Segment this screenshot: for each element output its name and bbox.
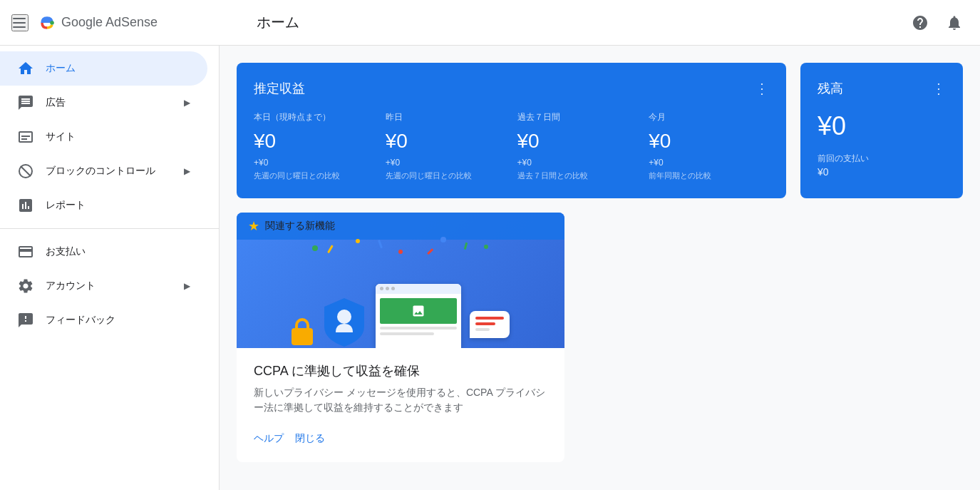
earnings-col-today: 本日（現時点まで） ¥0 +¥0 先週の同じ曜日との比較 bbox=[254, 111, 374, 181]
earnings-diff-today: +¥0 bbox=[254, 158, 374, 168]
help-button[interactable] bbox=[906, 9, 934, 37]
earnings-period-today: 本日（現時点まで） bbox=[254, 111, 374, 123]
expand-icon: ▶ bbox=[184, 98, 190, 108]
bell-icon bbox=[946, 14, 963, 31]
sidebar-item-payments[interactable]: お支払い bbox=[0, 235, 207, 269]
account-icon bbox=[17, 277, 34, 295]
content-line bbox=[380, 327, 457, 330]
cards-row: 推定収益 ⋮ 本日（現時点まで） ¥0 +¥0 先週の同じ曜日との比較 昨日 ¥… bbox=[237, 63, 963, 198]
logo: Google AdSense bbox=[37, 13, 158, 33]
balance-prev-amount: ¥0 bbox=[817, 166, 946, 178]
feature-help-button[interactable]: ヘルプ bbox=[254, 427, 289, 451]
expand-icon: ▶ bbox=[184, 281, 190, 291]
sidebar-item-reports[interactable]: レポート bbox=[0, 188, 207, 223]
balance-card-title: 残高 bbox=[817, 80, 843, 97]
sidebar-item-home[interactable]: ホーム bbox=[0, 51, 207, 86]
earnings-period-yesterday: 昨日 bbox=[386, 111, 506, 123]
menu-button[interactable] bbox=[11, 14, 29, 31]
feature-illustration bbox=[237, 213, 564, 348]
svg-point-6 bbox=[398, 250, 403, 254]
svg-rect-12 bbox=[464, 242, 468, 249]
sidebar-item-ads[interactable]: 広告 ▶ bbox=[0, 86, 207, 120]
earnings-card: 推定収益 ⋮ 本日（現時点まで） ¥0 +¥0 先週の同じ曜日との比較 昨日 ¥… bbox=[237, 63, 786, 198]
reports-icon bbox=[17, 197, 34, 214]
chat-line-red bbox=[475, 317, 504, 320]
earnings-amount-today: ¥0 bbox=[254, 129, 374, 153]
svg-point-8 bbox=[484, 245, 488, 249]
earnings-amount-7days: ¥0 bbox=[517, 129, 638, 153]
earnings-card-header: 推定収益 ⋮ bbox=[254, 80, 769, 97]
sidebar: ホーム 広告 ▶ サイト ブロックのコントロール ▶ bbox=[0, 46, 220, 490]
shield-svg bbox=[321, 295, 367, 348]
earnings-compare-today: 先週の同じ曜日との比較 bbox=[254, 170, 374, 181]
earnings-period-7days: 過去７日間 bbox=[517, 111, 638, 123]
sidebar-item-block-controls[interactable]: ブロックのコントロール ▶ bbox=[0, 154, 207, 188]
lock-illustration bbox=[292, 318, 313, 345]
sidebar-item-account[interactable]: アカウント ▶ bbox=[0, 269, 207, 303]
expand-icon: ▶ bbox=[184, 166, 190, 176]
lock-shackle bbox=[295, 318, 309, 328]
sites-icon bbox=[17, 128, 34, 146]
svg-point-13 bbox=[337, 310, 351, 324]
sidebar-item-label: サイト bbox=[46, 131, 76, 143]
sidebar-item-label: 広告 bbox=[46, 96, 66, 109]
earnings-col-yesterday: 昨日 ¥0 +¥0 先週の同じ曜日との比較 bbox=[386, 111, 506, 181]
topbar-left: Google AdSense bbox=[11, 13, 158, 33]
feature-banner: ★ 関連する新機能 bbox=[237, 213, 564, 348]
svg-rect-9 bbox=[327, 245, 334, 253]
feature-close-button[interactable]: 閉じる bbox=[295, 427, 331, 451]
earnings-compare-yesterday: 先週の同じ曜日との比較 bbox=[386, 170, 506, 181]
new-feature-card: ★ 関連する新機能 bbox=[237, 213, 564, 462]
chat-line-gray bbox=[475, 328, 490, 331]
earnings-period-thismonth: 今月 bbox=[649, 111, 769, 123]
earnings-diff-yesterday: +¥0 bbox=[386, 158, 506, 168]
sidebar-item-label: お支払い bbox=[46, 245, 86, 258]
chat-line-red-2 bbox=[475, 322, 495, 325]
earnings-menu-button[interactable]: ⋮ bbox=[755, 80, 769, 97]
page-title: ホーム bbox=[257, 13, 299, 32]
sidebar-item-label: フィードバック bbox=[46, 314, 115, 327]
image-icon bbox=[411, 304, 425, 318]
feature-title: CCPA に準拠して収益を確保 bbox=[254, 362, 547, 379]
balance-menu-button[interactable]: ⋮ bbox=[932, 80, 946, 97]
topbar: Google AdSense ホーム bbox=[0, 0, 980, 46]
notifications-button[interactable] bbox=[940, 9, 969, 37]
feature-body: CCPA に準拠して収益を確保 新しいプライバシー メッセージを使用すると、CC… bbox=[237, 348, 564, 462]
svg-point-7 bbox=[440, 237, 446, 243]
content-line bbox=[380, 332, 434, 335]
earnings-diff-thismonth: +¥0 bbox=[649, 158, 769, 168]
sidebar-item-label: レポート bbox=[46, 199, 86, 212]
ads-icon bbox=[17, 94, 34, 111]
balance-amount: ¥0 bbox=[817, 111, 946, 141]
earnings-amount-thismonth: ¥0 bbox=[649, 129, 769, 153]
svg-point-4 bbox=[312, 245, 318, 251]
earnings-col-7days: 過去７日間 ¥0 +¥0 過去７日間との比較 bbox=[517, 111, 638, 181]
confetti bbox=[237, 234, 564, 277]
browser-dot bbox=[380, 287, 383, 290]
google-adsense-logo-icon bbox=[37, 13, 57, 33]
earnings-amount-yesterday: ¥0 bbox=[386, 129, 506, 153]
sidebar-item-feedback[interactable]: フィードバック bbox=[0, 303, 207, 337]
sidebar-item-label: アカウント bbox=[46, 280, 96, 292]
earnings-compare-7days: 過去７日間との比較 bbox=[517, 170, 638, 181]
balance-card-header: 残高 ⋮ bbox=[817, 80, 946, 97]
help-icon bbox=[912, 14, 929, 31]
svg-point-5 bbox=[356, 239, 360, 243]
svg-line-3 bbox=[21, 166, 31, 176]
block-icon bbox=[17, 163, 34, 180]
feedback-icon bbox=[17, 312, 34, 329]
svg-rect-11 bbox=[427, 248, 433, 255]
balance-prev-label: 前回の支払い bbox=[817, 153, 946, 165]
browser-bar bbox=[376, 284, 461, 294]
svg-rect-10 bbox=[378, 240, 383, 248]
browser-dot bbox=[391, 287, 395, 290]
browser-dot bbox=[386, 287, 389, 290]
payments-icon bbox=[17, 243, 34, 260]
logo-text: Google AdSense bbox=[61, 15, 158, 30]
earnings-col-thismonth: 今月 ¥0 +¥0 前年同期との比較 bbox=[649, 111, 769, 181]
chat-bubble bbox=[470, 311, 510, 338]
main-content: 推定収益 ⋮ 本日（現時点まで） ¥0 +¥0 先週の同じ曜日との比較 昨日 ¥… bbox=[220, 46, 980, 490]
sidebar-divider bbox=[0, 228, 219, 229]
sidebar-item-sites[interactable]: サイト bbox=[0, 120, 207, 154]
shield-illustration bbox=[321, 295, 367, 348]
